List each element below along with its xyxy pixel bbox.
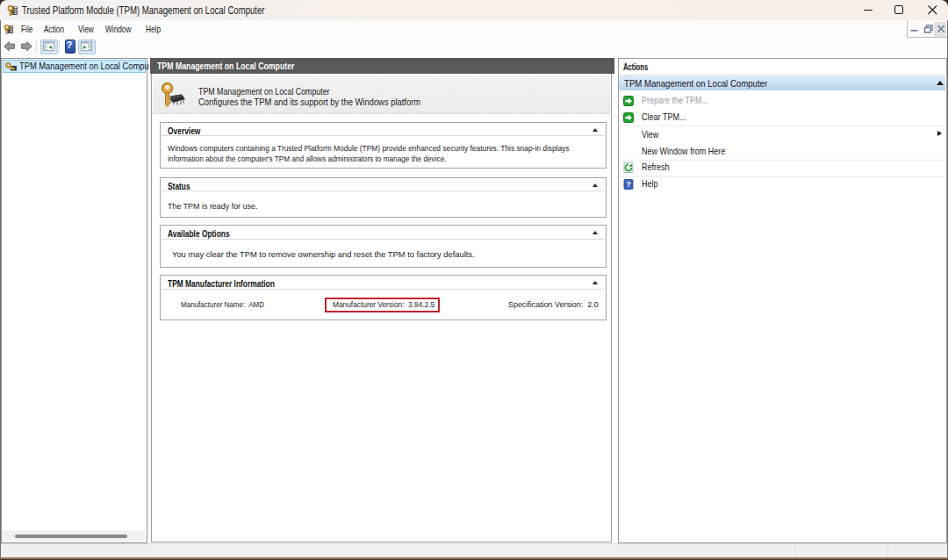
svg-text:?: ? [626, 180, 631, 189]
